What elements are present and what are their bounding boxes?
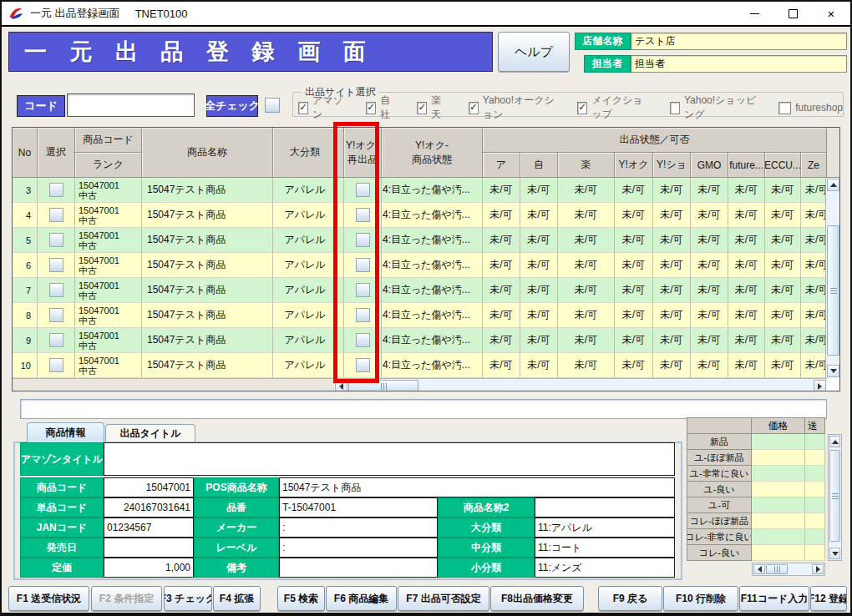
table-row[interactable]: 315047001中古15047テスト商品アパレル4:目立った傷や汚...未/可…	[13, 178, 839, 203]
row-select-checkbox[interactable]	[49, 258, 63, 272]
relist-checkbox[interactable]	[356, 308, 370, 322]
site-checkbox[interactable]: ✓	[366, 102, 376, 114]
table-row[interactable]: 715047001中古15047テスト商品アパレル4:目立った傷や汚...未/可…	[13, 278, 839, 303]
store-name-label: 店舗名称	[575, 33, 631, 50]
status-cell: 未/可	[653, 253, 691, 278]
scroll-up-button[interactable]	[829, 436, 840, 447]
message-box	[20, 399, 827, 419]
scroll-up-icon	[832, 440, 839, 444]
f7-listing-permission-button[interactable]: F7 出品可否設定	[398, 586, 489, 611]
table-row[interactable]: 815047001中古15047テスト商品アパレル4:目立った傷や汚...未/可…	[13, 303, 839, 328]
f3-check-button[interactable]: F3 チェック	[164, 586, 212, 611]
f5-search-button[interactable]: F5 検索	[277, 586, 325, 611]
f12-register-button[interactable]: F12 登録	[810, 586, 847, 611]
scroll-right-button[interactable]	[812, 564, 824, 574]
status-cell: 未/可	[691, 203, 728, 228]
maximize-button[interactable]	[773, 2, 812, 25]
condition-cell: 4:目立った傷や汚...	[382, 303, 483, 328]
row-select-checkbox[interactable]	[49, 358, 63, 372]
price-value-cell[interactable]	[752, 545, 805, 561]
price-value-cell[interactable]	[752, 497, 805, 513]
name2-label: 商品名称2	[438, 497, 535, 518]
table-vertical-scrollbar[interactable]	[825, 178, 839, 378]
condition-cell: 4:目立った傷や汚...	[382, 278, 483, 303]
status-cell: 未/可	[520, 178, 558, 203]
relist-checkbox[interactable]	[356, 208, 370, 222]
horizontal-scroll-thumb[interactable]	[766, 564, 788, 574]
relist-checkbox[interactable]	[356, 283, 370, 297]
product-name-cell: 15047テスト商品	[142, 253, 273, 278]
scroll-down-button[interactable]	[827, 365, 839, 377]
table-row[interactable]: 615047001中古15047テスト商品アパレル4:目立った傷や汚...未/可…	[13, 253, 839, 278]
app-icon	[8, 6, 23, 21]
row-select-checkbox[interactable]	[49, 283, 63, 297]
relist-checkbox[interactable]	[356, 358, 370, 372]
price-value-cell[interactable]	[752, 450, 805, 466]
tab-listing-title[interactable]: 出品タイトル	[105, 424, 195, 442]
site-checkbox[interactable]: ✓	[417, 102, 427, 114]
price-table-header: 価格 送	[687, 417, 842, 434]
site-checkbox[interactable]: ✓	[577, 102, 587, 114]
status-cell: 未/可	[801, 203, 827, 228]
tab-product-info[interactable]: 商品情報	[27, 422, 104, 442]
f10-delete-row-button[interactable]: F10 行削除	[663, 586, 738, 611]
relist-checkbox[interactable]	[356, 258, 370, 272]
site-checkbox[interactable]: ✓	[298, 102, 308, 114]
site-label: 楽天	[431, 93, 446, 122]
row-number: 5	[13, 228, 38, 253]
f8-change-price-button[interactable]: F8出品価格変更	[490, 586, 584, 611]
site-checkbox[interactable]: ✓	[469, 102, 479, 114]
person-field[interactable]: 担当者	[631, 55, 847, 73]
price-value-cell[interactable]	[752, 513, 805, 529]
price-value-cell[interactable]	[752, 482, 805, 497]
relist-checkbox[interactable]	[356, 333, 370, 347]
row-select-checkbox[interactable]	[49, 208, 63, 222]
all-check-checkbox[interactable]	[265, 98, 280, 113]
price-value-cell[interactable]	[752, 466, 805, 482]
col-header-no: No	[13, 128, 38, 178]
scroll-up-button[interactable]	[827, 179, 839, 191]
price-vertical-scrollbar[interactable]	[828, 434, 842, 561]
f11-code-input-button[interactable]: F11コード入力	[739, 586, 809, 611]
f4-extend-button[interactable]: F4 拡張	[213, 586, 261, 611]
close-button[interactable]: ×	[812, 2, 850, 25]
horizontal-scroll-thumb[interactable]	[348, 380, 418, 391]
vertical-scroll-thumb[interactable]	[827, 225, 839, 356]
vertical-scroll-thumb[interactable]	[829, 450, 840, 542]
scroll-left-button[interactable]	[753, 564, 765, 574]
col-header-code: 商品コード	[75, 128, 142, 153]
price-horizontal-scrollbar[interactable]	[752, 563, 825, 576]
status-cell: 未/可	[615, 203, 653, 228]
code-rank-cell: 15047001中古	[75, 178, 142, 203]
scroll-right-button[interactable]	[814, 380, 826, 391]
row-select-checkbox[interactable]	[49, 233, 63, 247]
status-cell: 未/可	[558, 303, 615, 328]
scroll-down-icon	[832, 552, 839, 556]
site-option: ✓自社	[366, 93, 395, 122]
store-name-field[interactable]: テスト店	[631, 33, 847, 50]
scroll-down-button[interactable]	[829, 548, 840, 559]
table-row[interactable]: 415047001中古15047テスト商品アパレル4:目立った傷や汚...未/可…	[13, 203, 839, 228]
site-checkbox[interactable]	[670, 102, 680, 114]
table-row[interactable]: 1015047001中古15047テスト商品アパレル4:目立った傷や汚...未/…	[13, 353, 839, 378]
row-select-checkbox[interactable]	[49, 308, 63, 322]
f6-edit-product-button[interactable]: F6 商品編集	[326, 586, 397, 611]
table-row[interactable]: 915047001中古15047テスト商品アパレル4:目立った傷や汚...未/可…	[13, 328, 839, 353]
row-select-checkbox[interactable]	[49, 183, 63, 197]
table-horizontal-scrollbar[interactable]	[334, 378, 827, 391]
status-cell: 未/可	[728, 303, 765, 328]
minimize-button[interactable]	[735, 2, 773, 25]
f1-send-receive-button[interactable]: F1 送受信状況	[8, 586, 89, 611]
f9-back-button[interactable]: F9 戻る	[598, 586, 662, 611]
price-value-cell[interactable]	[752, 434, 805, 450]
scroll-left-button[interactable]	[335, 380, 347, 391]
status-cell: 未/可	[765, 328, 801, 353]
row-select-checkbox[interactable]	[49, 333, 63, 347]
site-checkbox[interactable]	[778, 102, 791, 114]
code-input[interactable]	[67, 93, 195, 117]
relist-checkbox[interactable]	[356, 183, 370, 197]
table-row[interactable]: 515047001中古15047テスト商品アパレル4:目立った傷や汚...未/可…	[13, 228, 839, 253]
price-value-cell[interactable]	[752, 529, 805, 545]
relist-checkbox[interactable]	[356, 233, 370, 247]
help-button[interactable]: ヘルプ	[498, 32, 570, 72]
